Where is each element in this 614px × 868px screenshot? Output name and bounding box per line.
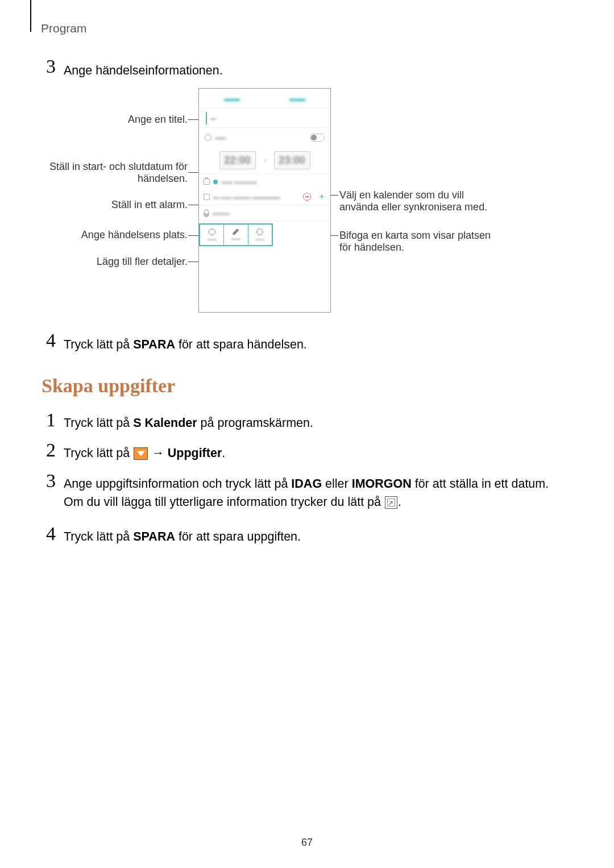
task-4-number: 4 [39, 523, 56, 545]
callout-map-2: för händelsen. [339, 242, 404, 254]
callout-place: Ange händelsens plats. [40, 229, 188, 241]
chevron-right-icon: › [264, 156, 266, 164]
callout-calendar-1: Välj en kalender som du vill [339, 189, 464, 201]
pin-icon [204, 209, 209, 217]
task-2-text: Tryck lätt på → Uppgifter. [64, 444, 225, 462]
callout-alarm: Ställ in ett alarm. [40, 199, 188, 211]
location-row: ▬▬▬ [199, 205, 330, 221]
task-1-text: Tryck lätt på S Kalender på programskärm… [64, 414, 313, 432]
time-row: 22:00 › 23:00 [199, 147, 330, 174]
callout-map-1: Bifoga en karta som visar platsen [339, 230, 491, 242]
phone-mockup: ▬▬ ▬▬ ▬ ▬▬ 22:00 › 23:00 ▬▬ ▬▬▬▬ ▬ ▬▬ ▬▬… [198, 88, 331, 313]
task-2-number: 2 [39, 439, 56, 461]
section-heading: Skapa uppgifter [42, 375, 175, 397]
calendar-icon [204, 178, 210, 185]
step-4-number: 4 [39, 330, 56, 351]
callout-calendar-2: använda eller synkronisera med. [339, 201, 487, 213]
header-tab-line [30, 0, 31, 32]
repeat-icon [209, 229, 215, 235]
page-number: 67 [0, 837, 614, 849]
task-4-text: Tryck lätt på SPARA för att spara uppgif… [64, 528, 301, 546]
task-3-text: Ange uppgiftsinformation och tryck lätt … [64, 475, 570, 512]
step-3-number: 3 [39, 56, 56, 77]
allday-row: ▬▬ [199, 127, 330, 147]
header-action-left: ▬▬ [224, 94, 240, 103]
title-input: ▬ [199, 108, 330, 127]
check-icon [204, 194, 210, 200]
callout-title: Ange en titel. [40, 114, 188, 126]
step-3-text: Ange händelseinformationen. [64, 61, 223, 80]
callout-dates-1: Ställ in start- och slutdatum för [40, 161, 188, 173]
plus-icon: + [318, 193, 326, 201]
header-action-right: ▬▬ [289, 94, 305, 103]
step-4-text: Tryck lätt på SPARA för att spara händel… [64, 335, 307, 354]
minus-icon [303, 193, 311, 201]
alarm-row: ▬ ▬▬ ▬▬▬ ▬▬▬▬▬ + [199, 189, 330, 205]
dropdown-triangle-icon [134, 447, 148, 460]
start-time-box: 22:00 [219, 151, 256, 169]
detail-box: ▬▬ ▬▬ ▬▬ [199, 223, 273, 246]
header-breadcrumb: Program [41, 22, 87, 35]
callout-dates-2: händelsen. [40, 173, 188, 185]
detail-row: ▬▬ ▬▬ ▬▬ [199, 221, 330, 247]
calendar-row: ▬▬ ▬▬▬▬ [199, 174, 330, 189]
task-1-number: 1 [39, 409, 56, 431]
event-form-diagram: Ange en titel. Ställ in start- och slutd… [40, 88, 495, 315]
task-3-number: 3 [39, 470, 56, 492]
expand-icon [385, 496, 397, 509]
clock-icon [205, 134, 211, 141]
globe-icon [256, 229, 263, 235]
pencil-icon [233, 229, 239, 235]
cursor-icon [206, 112, 207, 124]
allday-toggle-icon [310, 134, 325, 142]
end-time-box: 23:00 [274, 151, 310, 169]
callout-details: Lägg till fler detaljer. [40, 256, 188, 268]
calendar-color-dot [213, 180, 218, 184]
